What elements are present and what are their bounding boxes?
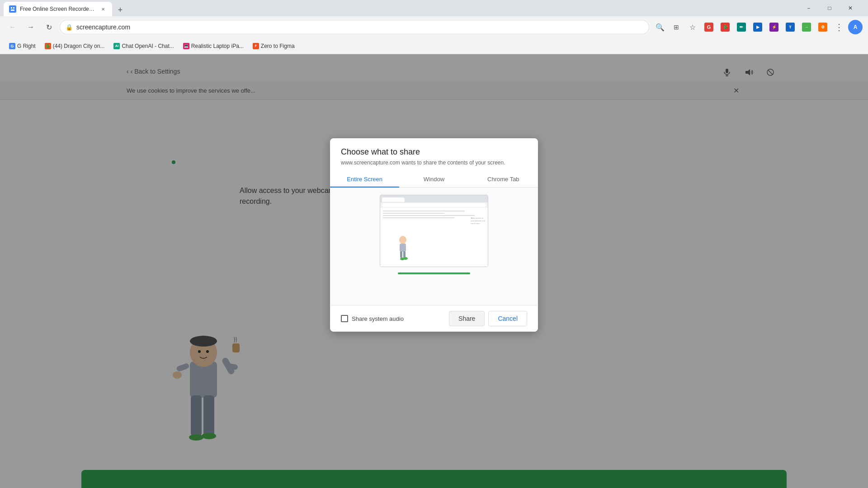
bookmark-favicon-g-right: G: [9, 43, 15, 49]
share-screen-modal: Choose what to share www.screencapture.c…: [330, 138, 538, 332]
screen-preview-area: Allow access toyour webcam andmic to sta…: [330, 188, 538, 305]
bookmark-favicon-laptop: 💻: [183, 43, 189, 49]
refresh-button[interactable]: ↻: [42, 20, 56, 34]
bookmark-favicon-chat: AI: [113, 43, 120, 49]
bookmark-label-laptop: Realistic Laptop iPa...: [191, 43, 244, 49]
ext3-icon[interactable]: ✏: [734, 20, 749, 34]
tab-entire-screen[interactable]: Entire Screen: [330, 171, 399, 187]
svg-point-28: [403, 257, 408, 260]
cancel-button[interactable]: Cancel: [488, 311, 527, 326]
ext5-icon[interactable]: ⚡: [767, 20, 781, 34]
bookmark-favicon-dragon: 🐉: [45, 43, 51, 49]
tab-close-button[interactable]: ✕: [99, 5, 107, 13]
modal-overlay: Choose what to share www.screencapture.c…: [0, 54, 868, 488]
new-tab-button[interactable]: +: [114, 4, 127, 16]
ext6-icon[interactable]: T: [783, 20, 797, 34]
screen-selection-indicator: [398, 272, 470, 274]
svg-point-23: [399, 236, 406, 244]
ext2-icon[interactable]: 🐉: [718, 20, 732, 34]
url-text: screencapture.com: [76, 23, 643, 31]
svg-rect-25: [400, 251, 402, 258]
bookmarks-bar: G G Right 🐉 (44) Dragon City on... AI Ch…: [0, 38, 868, 54]
bookmark-figma[interactable]: F Zero to Figma: [249, 41, 298, 52]
ext1-icon[interactable]: G: [702, 20, 716, 34]
modal-footer: Share system audio Share Cancel: [330, 305, 538, 332]
bookmark-label-figma: Zero to Figma: [261, 43, 295, 49]
modal-title: Choose what to share: [341, 147, 527, 157]
bookmark-label-dragon: (44) Dragon City on...: [53, 43, 105, 49]
maximize-button[interactable]: □: [819, 1, 840, 15]
bookmark-laptop[interactable]: 💻 Realistic Laptop iPa...: [179, 41, 247, 52]
profile-icon[interactable]: A: [848, 20, 863, 34]
screen-preview-box: Allow access toyour webcam andmic to sta…: [380, 195, 488, 267]
bookmark-g-right[interactable]: G G Right: [5, 41, 39, 52]
share-audio-label: Share system audio: [352, 315, 404, 322]
back-button[interactable]: ←: [5, 20, 20, 34]
svg-rect-1: [13, 7, 14, 9]
active-tab[interactable]: Free Online Screen Recorder | O... ✕: [4, 2, 112, 16]
title-bar: Free Online Screen Recorder | O... ✕ + －…: [0, 0, 868, 16]
svg-rect-26: [403, 251, 406, 258]
toolbar-icons: 🔍 ⊞ ☆ G 🐉 ✏ ▶ ⚡ T →: [653, 20, 863, 34]
lock-icon: 🔒: [66, 24, 73, 31]
nav-bar: ← → ↻ 🔒 screencapture.com 🔍 ⊞ ☆ G 🐉 ✏ ▶: [0, 16, 868, 38]
share-audio-checkbox-wrap: Share system audio: [341, 315, 445, 322]
main-content: ‹ ‹ Back to Settings We use cookies to i…: [0, 54, 868, 488]
tab-window[interactable]: Window: [399, 171, 468, 187]
forward-button[interactable]: →: [24, 20, 38, 34]
browser-frame: Free Online Screen Recorder | O... ✕ + －…: [0, 0, 868, 488]
share-audio-checkbox[interactable]: [341, 315, 348, 322]
window-controls: － □ ✕: [798, 1, 861, 15]
bookmark-label-chat: Chat OpenAI - Chat...: [122, 43, 174, 49]
search-icon[interactable]: 🔍: [653, 20, 667, 34]
extensions-icon[interactable]: ⊞: [669, 20, 684, 34]
modal-tabs: Entire Screen Window Chrome Tab: [330, 171, 538, 188]
tab-chrome-tab-label: Chrome Tab: [487, 176, 519, 183]
close-button[interactable]: ✕: [840, 1, 861, 15]
tab-title: Free Online Screen Recorder | O...: [20, 6, 96, 12]
svg-rect-2: [11, 9, 14, 11]
tabs-bar: Free Online Screen Recorder | O... ✕ +: [4, 0, 797, 16]
star-icon[interactable]: ☆: [685, 20, 700, 34]
tab-favicon: [9, 5, 16, 13]
svg-rect-24: [400, 244, 406, 252]
bookmark-chat-openai[interactable]: AI Chat OpenAI - Chat...: [110, 41, 177, 52]
ext8-icon[interactable]: ⚙: [816, 20, 830, 34]
bookmark-favicon-figma: F: [253, 43, 259, 49]
ext7-icon[interactable]: →: [799, 20, 814, 34]
minimize-button[interactable]: －: [798, 1, 819, 15]
ext4-icon[interactable]: ▶: [750, 20, 765, 34]
tab-chrome-tab[interactable]: Chrome Tab: [469, 171, 538, 187]
bookmark-dragon-city[interactable]: 🐉 (44) Dragon City on...: [41, 41, 108, 52]
address-bar[interactable]: 🔒 screencapture.com: [60, 20, 649, 34]
page-background: ‹ ‹ Back to Settings We use cookies to i…: [0, 54, 868, 488]
chrome-menu-icon[interactable]: ⋮: [832, 20, 846, 34]
modal-subtitle: www.screencapture.com wants to share the…: [341, 160, 527, 166]
tab-window-label: Window: [424, 176, 444, 183]
svg-rect-0: [11, 7, 12, 9]
modal-header: Choose what to share www.screencapture.c…: [330, 138, 538, 171]
share-button[interactable]: Share: [449, 311, 485, 326]
tab-entire-screen-label: Entire Screen: [347, 176, 382, 183]
bookmark-label-g-right: G Right: [17, 43, 36, 49]
